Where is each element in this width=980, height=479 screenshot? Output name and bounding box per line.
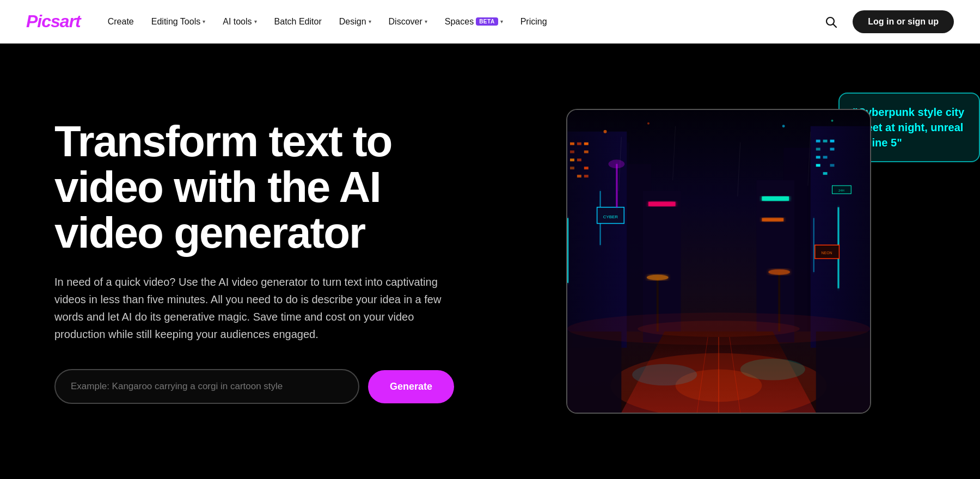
hero-left: Transform text to video with the AI vide… [54, 119, 479, 404]
generate-button[interactable]: Generate [368, 370, 454, 403]
svg-rect-30 [830, 148, 835, 151]
svg-text:NEON: NEON [822, 251, 832, 255]
svg-rect-27 [823, 140, 828, 143]
nav-label-batch-editor: Batch Editor [274, 17, 322, 27]
svg-rect-52 [816, 331, 870, 413]
nav-label-discover: Discover [389, 17, 422, 27]
nav-item-batch-editor[interactable]: Batch Editor [267, 13, 329, 31]
svg-rect-21 [577, 175, 581, 177]
svg-rect-29 [816, 148, 820, 151]
chevron-down-icon: ▾ [203, 19, 205, 24]
svg-rect-35 [823, 172, 828, 175]
nav-label-create: Create [108, 17, 134, 27]
svg-rect-40 [648, 202, 676, 206]
nav-item-design[interactable]: Design ▾ [332, 13, 379, 31]
hero-right: "Cyberpunk style city street at night, u… [512, 98, 926, 425]
svg-point-74 [608, 159, 624, 168]
header-right: Log in or sign up [820, 10, 954, 33]
svg-rect-31 [816, 156, 820, 158]
nav-label-ai-tools: AI tools [223, 17, 252, 27]
svg-rect-32 [823, 156, 828, 158]
svg-rect-13 [577, 143, 581, 145]
hero-image-container: "Cyberpunk style city street at night, u… [566, 109, 871, 414]
svg-rect-41 [762, 196, 789, 201]
svg-rect-28 [830, 140, 835, 143]
svg-rect-15 [570, 150, 574, 153]
nav-item-discover[interactable]: Discover ▾ [381, 13, 435, 31]
svg-text:24H: 24H [838, 189, 844, 192]
svg-rect-18 [577, 158, 581, 161]
logo[interactable]: Picsart [26, 11, 81, 32]
svg-rect-23 [567, 218, 568, 283]
svg-rect-14 [584, 143, 589, 145]
search-icon [824, 15, 837, 28]
svg-rect-37 [813, 218, 814, 272]
svg-point-68 [647, 122, 650, 125]
svg-rect-51 [567, 331, 621, 413]
hero-description: In need of a quick video? Use the AI vid… [54, 273, 446, 343]
svg-line-1 [834, 24, 837, 27]
nav-label-spaces: Spaces [445, 17, 474, 27]
svg-rect-33 [816, 164, 820, 167]
svg-point-69 [782, 125, 785, 127]
svg-point-54 [647, 275, 669, 280]
header-left: Picsart Create Editing Tools ▾ AI tools … [26, 11, 555, 32]
search-button[interactable] [820, 11, 842, 33]
nav-item-ai-tools[interactable]: AI tools ▾ [215, 13, 264, 31]
chevron-down-icon: ▾ [425, 19, 427, 24]
cyberpunk-city-image: CYBER NEON 24H [566, 109, 871, 414]
city-scene-svg: CYBER NEON 24H [567, 110, 870, 413]
svg-rect-34 [830, 164, 835, 167]
svg-rect-42 [762, 218, 783, 222]
text-to-video-input[interactable] [54, 369, 359, 404]
svg-point-72 [638, 321, 800, 337]
chevron-down-icon: ▾ [500, 19, 503, 24]
svg-rect-17 [570, 158, 574, 161]
svg-point-49 [632, 364, 697, 386]
chevron-down-icon: ▾ [254, 19, 257, 24]
hero-input-row: Generate [54, 369, 479, 404]
svg-point-67 [604, 130, 607, 133]
svg-rect-12 [570, 143, 574, 145]
nav-item-pricing[interactable]: Pricing [513, 13, 555, 31]
svg-rect-16 [584, 150, 589, 153]
header: Picsart Create Editing Tools ▾ AI tools … [0, 0, 980, 44]
svg-rect-19 [570, 167, 574, 169]
nav-item-create[interactable]: Create [100, 13, 142, 31]
svg-rect-25 [811, 126, 870, 348]
nav-item-editing-tools[interactable]: Editing Tools ▾ [144, 13, 213, 31]
hero-section: Transform text to video with the AI vide… [0, 44, 980, 479]
beta-badge: BETA [476, 17, 498, 26]
svg-point-50 [740, 359, 805, 380]
svg-rect-20 [584, 167, 589, 169]
chevron-down-icon: ▾ [369, 19, 371, 24]
main-nav: Create Editing Tools ▾ AI tools ▾ Batch … [100, 13, 555, 31]
svg-rect-22 [584, 175, 589, 177]
svg-rect-73 [616, 164, 617, 207]
svg-text:CYBER: CYBER [603, 214, 618, 219]
hero-title: Transform text to video with the AI vide… [54, 119, 479, 256]
nav-label-pricing: Pricing [520, 17, 547, 27]
svg-point-70 [831, 120, 834, 122]
svg-rect-26 [816, 140, 820, 143]
login-button[interactable]: Log in or sign up [853, 10, 954, 33]
nav-label-editing-tools: Editing Tools [151, 17, 200, 27]
svg-point-56 [768, 269, 790, 275]
nav-item-spaces[interactable]: Spaces BETA ▾ [437, 13, 511, 31]
nav-label-design: Design [339, 17, 366, 27]
